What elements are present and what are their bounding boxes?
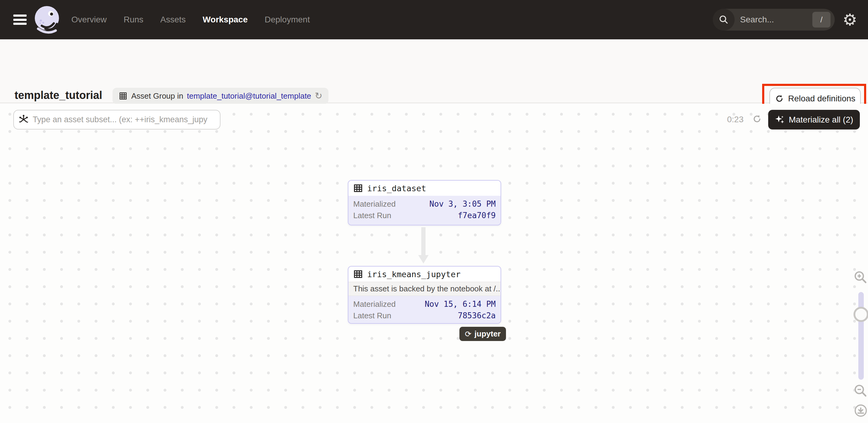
top-nav: Overview Runs Assets Workspace Deploymen…: [0, 0, 868, 39]
table-grid-icon: [353, 269, 363, 279]
search-shortcut-key: /: [812, 12, 831, 28]
refresh-timer: 0:23: [727, 115, 744, 124]
asset-group-badge: Asset Group in template_tutorial@tutoria…: [113, 88, 329, 104]
materialize-all-label: Materialize all (2): [789, 115, 853, 125]
graph-refresh-icon[interactable]: [752, 114, 762, 125]
row-label: Latest Run: [353, 211, 391, 220]
materialized-row: Materialized Nov 15, 6:14 PM: [353, 298, 496, 310]
latest-run-row: Latest Run 78536c2a: [353, 310, 496, 321]
asset-filter-input[interactable]: [13, 110, 220, 129]
nav-item-workspace[interactable]: Workspace: [203, 15, 248, 25]
nav-item-runs[interactable]: Runs: [124, 15, 143, 25]
asset-name: iris_kmeans_jupyter: [367, 270, 461, 279]
nav-item-deployment[interactable]: Deployment: [265, 15, 310, 25]
reload-definitions-label: Reload definitions: [788, 94, 856, 103]
asset-node-iris-dataset[interactable]: iris_dataset Materialized Nov 3, 3:05 PM…: [348, 180, 501, 225]
table-grid-icon: [353, 183, 363, 193]
lineage-edge-arrowhead: [418, 255, 429, 264]
search-placeholder: Search...: [740, 15, 812, 25]
refresh-icon: [775, 94, 784, 103]
asset-node-header: iris_dataset: [348, 181, 500, 196]
jupyter-cycle-icon: ⟳: [465, 330, 471, 338]
nav-item-overview[interactable]: Overview: [71, 15, 107, 25]
search-icon: [713, 9, 735, 31]
asset-name: iris_dataset: [367, 184, 426, 193]
row-value[interactable]: Nov 3, 3:05 PM: [430, 200, 496, 209]
compute-kind-tag-jupyter[interactable]: ⟳ jupyter: [459, 327, 506, 341]
page-title: template_tutorial: [14, 89, 102, 102]
row-value[interactable]: Nov 15, 6:14 PM: [425, 300, 496, 309]
sparkle-icon: [775, 115, 784, 125]
row-label: Materialized: [353, 300, 396, 309]
row-label: Materialized: [353, 200, 396, 209]
table-grid-icon: [119, 91, 128, 100]
zoom-slider-track[interactable]: [858, 292, 864, 380]
run-id-link[interactable]: f7ea70f9: [458, 211, 496, 220]
asset-graph-filter-icon: [18, 114, 29, 126]
search-input[interactable]: Search... /: [713, 9, 835, 31]
nav-links: Overview Runs Assets Workspace Deploymen…: [71, 0, 310, 39]
asset-node-body: Materialized Nov 3, 3:05 PM Latest Run f…: [348, 196, 500, 225]
zoom-slider-knob[interactable]: [854, 307, 868, 322]
asset-description: This asset is backed by the notebook at …: [348, 282, 500, 296]
materialize-all-button[interactable]: Materialize all (2): [768, 110, 860, 129]
asset-node-body: Materialized Nov 15, 6:14 PM Latest Run …: [348, 296, 500, 324]
asset-node-iris-kmeans-jupyter[interactable]: iris_kmeans_jupyter This asset is backed…: [348, 266, 501, 324]
hamburger-menu-icon[interactable]: [13, 14, 27, 25]
row-label: Latest Run: [353, 311, 391, 321]
page-header: template_tutorial Asset Group in templat…: [0, 39, 868, 103]
badge-reload-icon[interactable]: ↻: [315, 91, 322, 100]
latest-run-row: Latest Run f7ea70f9: [353, 210, 496, 221]
materialized-row: Materialized Nov 3, 3:05 PM: [353, 198, 496, 210]
lineage-edge: [421, 227, 426, 255]
run-id-link[interactable]: 78536c2a: [458, 311, 496, 320]
lineage-canvas[interactable]: 0:23 Materialize all (2) iris_dataset Ma…: [0, 104, 868, 423]
compute-kind-label: jupyter: [474, 329, 501, 339]
zoom-out-button[interactable]: [854, 384, 867, 399]
dagster-logo-icon[interactable]: [33, 4, 63, 35]
asset-node-header: iris_kmeans_jupyter: [348, 267, 500, 282]
asset-group-label: Asset Group in: [131, 91, 183, 101]
zoom-in-button[interactable]: [854, 270, 867, 285]
settings-gear-icon[interactable]: ⚙: [843, 11, 857, 28]
nav-item-assets[interactable]: Assets: [160, 15, 186, 25]
asset-group-link[interactable]: template_tutorial@tutorial_template: [187, 91, 311, 101]
download-image-button[interactable]: [854, 404, 867, 419]
